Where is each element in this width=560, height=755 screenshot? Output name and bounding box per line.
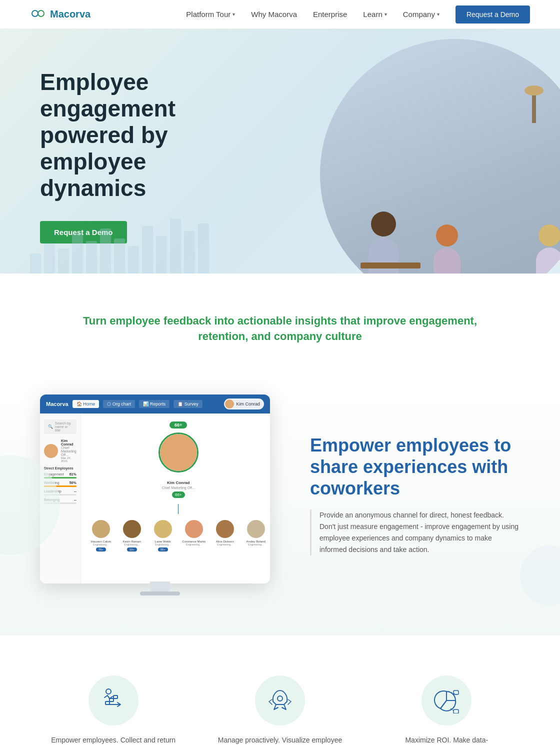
icon-circle-3 xyxy=(422,676,472,726)
hero-people-image xyxy=(320,39,560,274)
team-avatar-5 xyxy=(216,520,234,538)
rocket-icon xyxy=(267,688,293,714)
nav-why-macorva[interactable]: Why Macorva xyxy=(251,10,297,18)
team-member-5: Alice Dickson Engineering... xyxy=(211,520,239,552)
person-body xyxy=(536,248,560,274)
svg-rect-5 xyxy=(114,696,118,698)
chart-bar xyxy=(100,228,111,274)
chart-bar xyxy=(170,218,181,274)
chart-bar xyxy=(184,231,195,274)
person-body xyxy=(434,248,460,274)
feature-description: Provide an anonymous channel for direct,… xyxy=(310,510,520,556)
icon-circle-2 xyxy=(255,676,305,726)
nav-links: Platform Tour ▾ Why Macorva Enterprise L… xyxy=(186,6,530,24)
center-score-badge: 66+ xyxy=(172,492,185,498)
search-icon: 🔍 xyxy=(48,424,53,429)
screen-nav-reports: 📊 Reports xyxy=(139,400,170,408)
screen-nav-survey: 📋 Survey xyxy=(174,400,202,408)
team-role-3: Engineering... xyxy=(155,543,170,546)
logo-link[interactable]: Macorva xyxy=(30,6,90,22)
person-head xyxy=(538,224,560,246)
feature-screenshot: Macorva 🏠 Home ⬡ Org chart 📊 Reports 📋 S… xyxy=(40,394,280,596)
chart-bar xyxy=(30,254,41,274)
score-top-badge: 66+ xyxy=(87,420,270,428)
team-score-2: 10+ xyxy=(127,548,137,552)
nav-request-demo-button[interactable]: Request a Demo xyxy=(456,6,530,24)
team-member-4: Constance Martin Engineering... xyxy=(180,520,208,552)
center-person-name: Kim Conrad xyxy=(167,480,190,485)
center-profile-card: Kim Conrad Chief Marketing Off... 66+ xyxy=(87,432,270,500)
nav-learn[interactable]: Learn ▾ xyxy=(363,10,386,18)
stairs-person-icon xyxy=(100,688,126,714)
screen-profile-avatar xyxy=(44,444,58,458)
nav-enterprise[interactable]: Enterprise xyxy=(313,10,347,18)
icon-label-3: Maximize ROI. Make data- xyxy=(405,736,488,746)
screen-user-avatar xyxy=(225,400,234,408)
chart-bar xyxy=(142,226,153,274)
team-role-6: Engineering... xyxy=(248,543,264,546)
chart-bar xyxy=(58,248,69,274)
chevron-down-icon: ▾ xyxy=(384,12,387,17)
center-avatar-image xyxy=(160,434,197,471)
chevron-down-icon: ▾ xyxy=(437,12,440,17)
nav-platform-tour[interactable]: Platform Tour ▾ xyxy=(186,10,235,18)
screen-profile-name: Kim Conrad xyxy=(61,439,76,446)
team-member-2: Kevin Roman Engineering... 10+ xyxy=(118,520,146,552)
hero-chart-background xyxy=(0,208,280,274)
lamp-decoration xyxy=(532,93,536,123)
svg-rect-10 xyxy=(454,710,458,714)
icon-label-2: Manage proactively. Visualize employee xyxy=(218,736,342,746)
macorva-logo-icon xyxy=(30,6,46,22)
person-head xyxy=(436,224,458,246)
chart-bar xyxy=(114,238,125,274)
svg-point-0 xyxy=(32,10,38,16)
hero-right xyxy=(280,29,560,274)
chart-bar xyxy=(198,224,209,274)
chart-bar xyxy=(44,244,55,274)
screen-team-row: Houston Calvin Engineering... 70+ Kevin … xyxy=(87,520,270,552)
icon-label-1: Empower employees. Collect and return xyxy=(51,736,176,746)
icon-card-1: Empower employees. Collect and return xyxy=(44,676,184,746)
hero-title: Employee engagement powered by employee … xyxy=(40,69,250,201)
screen-user-chip: Kim Conrad xyxy=(224,398,264,410)
deco-circle-right xyxy=(520,546,560,606)
pie-chart-icon xyxy=(434,688,460,714)
monitor-stand xyxy=(40,582,280,596)
chart-bar xyxy=(86,241,97,274)
screen-search: 🔍 Search by name or title xyxy=(44,420,76,434)
person-head xyxy=(371,212,396,236)
navigation: Macorva Platform Tour ▾ Why Macorva Ente… xyxy=(0,0,560,29)
feature-title: Empower employees to share experiences w… xyxy=(310,434,520,500)
svg-rect-4 xyxy=(110,698,114,702)
nav-company[interactable]: Company ▾ xyxy=(403,10,440,18)
svg-rect-3 xyxy=(106,702,110,704)
hero-left: Employee engagement powered by employee … xyxy=(0,29,280,274)
logo-text: Macorva xyxy=(50,8,90,20)
chevron-down-icon: ▾ xyxy=(232,12,235,17)
app-screenshot: Macorva 🏠 Home ⬡ Org chart 📊 Reports 📋 S… xyxy=(40,394,270,584)
icons-section: Empower employees. Collect and return Ma… xyxy=(0,636,560,755)
screen-nav-orgchart: ⬡ Org chart xyxy=(103,400,135,408)
team-member-3: Laine Webb Engineering... 55+ xyxy=(149,520,177,552)
screen-main: 66+ Kim Conrad Chief Marketing Off... 66… xyxy=(81,414,270,584)
team-avatar-2 xyxy=(123,520,141,538)
team-avatar-1 xyxy=(92,520,110,538)
icon-card-2: Manage proactively. Visualize employee xyxy=(210,676,350,746)
icon-card-3: Maximize ROI. Make data- xyxy=(376,676,516,746)
svg-point-2 xyxy=(106,689,111,694)
screen-profile-info: Kim Conrad Chief Marketing Off... Mar 24… xyxy=(61,439,76,462)
connector-line xyxy=(178,504,178,514)
screen-profile-role: Chief Marketing Off... xyxy=(61,446,76,456)
team-avatar-6 xyxy=(247,520,265,538)
chart-bar xyxy=(156,236,167,274)
chart-bar xyxy=(128,246,139,274)
feature-section: Macorva 🏠 Home ⬡ Org chart 📊 Reports 📋 S… xyxy=(0,374,560,636)
team-member-1: Houston Calvin Engineering... 70+ xyxy=(87,520,115,552)
table-decoration xyxy=(360,262,420,268)
screen-topbar: Macorva 🏠 Home ⬡ Org chart 📊 Reports 📋 S… xyxy=(40,394,270,414)
chart-bar xyxy=(72,234,83,274)
team-member-6: Ansley Boland Engineering... xyxy=(242,520,270,552)
center-avatar xyxy=(158,432,198,472)
tagline-section: Turn employee feedback into actionable i… xyxy=(0,274,560,374)
team-avatar-3 xyxy=(154,520,172,538)
